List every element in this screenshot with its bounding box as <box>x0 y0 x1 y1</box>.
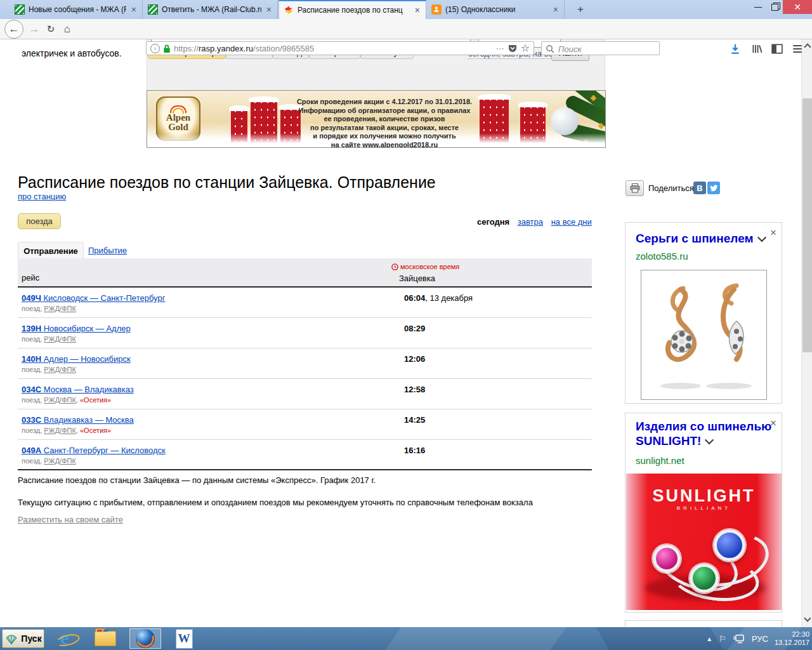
share-label: Поделиться <box>648 183 694 193</box>
tab-title: Расписание поездов по станц <box>298 6 410 15</box>
chevron-down-icon[interactable] <box>757 233 766 242</box>
chevron-down-icon[interactable] <box>705 435 714 444</box>
page-actions-icon[interactable]: ⋯ <box>496 44 504 53</box>
network-icon[interactable] <box>733 634 745 644</box>
url-bar[interactable]: i https://rasp.yandex.ru/station/9865585… <box>146 41 534 55</box>
ad-zoloto585[interactable]: Серьги с шпинелем zoloto585.ru × <box>625 222 782 404</box>
tray-hidden-icons-chevron[interactable]: ▲ <box>706 635 712 642</box>
url-text: https://rasp.yandex.ru/station/9865585 <box>174 44 493 53</box>
print-button[interactable] <box>625 180 644 196</box>
page-scrollbar[interactable] <box>801 39 812 627</box>
carrier-link[interactable]: РЖД/ФПК <box>44 366 76 373</box>
search-input[interactable] <box>557 43 655 55</box>
departure-time: 06:04, 13 декабря <box>404 293 473 303</box>
scrollbar-thumb[interactable] <box>802 98 812 352</box>
alpengold-ad-banner[interactable]: Alpen Gold Сроки проведения акции с 4.12… <box>147 90 606 148</box>
carrier-link[interactable]: РЖД/ФПК <box>44 396 76 404</box>
banner-site-link[interactable]: www.alpengold2018.ru <box>362 141 438 149</box>
day-filter-all-days[interactable]: на все дни <box>551 217 592 227</box>
rainbow-icon <box>170 105 187 113</box>
tab-close-icon[interactable]: × <box>130 5 138 14</box>
trains-filter-button[interactable]: поезда <box>18 213 61 229</box>
search-box[interactable] <box>541 41 660 55</box>
route-link[interactable]: 140Н Адлер — Новосибирск <box>22 354 131 364</box>
language-indicator[interactable]: РУС <box>752 634 768 644</box>
route-link[interactable]: 049Ч Кисловодск — Санкт-Петербург <box>22 293 165 303</box>
pink-gem <box>653 545 681 573</box>
tab-odnoklassniki[interactable]: (15) Одноклассники × <box>427 0 565 19</box>
carrier-link[interactable]: РЖД/ФПК <box>44 457 76 465</box>
downloads-icon[interactable] <box>730 43 741 55</box>
ad-title[interactable]: Серьги с шпинелем <box>636 231 765 246</box>
departure-time: 16:16 <box>404 446 425 455</box>
scroll-down-icon[interactable] <box>804 614 811 621</box>
table-header: рейс московское время Зайцевка <box>18 258 592 288</box>
embed-on-site-link[interactable]: Разместить на своем сайте <box>18 515 123 524</box>
carrier-link[interactable]: РЖД/ФПК <box>44 427 76 434</box>
clock-icon <box>391 263 398 270</box>
tab-departure-active[interactable]: Отправление <box>18 242 84 259</box>
browser-tab-bar: Новые сообщения - МЖА (Ra × Ответить - М… <box>0 0 812 19</box>
bookmark-star-icon[interactable]: ☆ <box>521 43 530 53</box>
site-info-icon[interactable]: i <box>150 44 160 53</box>
ad-title[interactable]: Изделия со шпинельюSUNLIGHT! <box>636 419 771 448</box>
day-filter-tomorrow[interactable]: завтра <box>518 217 543 227</box>
tab-railclub-reply[interactable]: Ответить - МЖА (Rail-Club.ru) × <box>143 0 278 19</box>
clock-date[interactable]: 22:30 13.12.2017 <box>775 630 809 647</box>
twitter-share-icon[interactable] <box>707 182 720 194</box>
reload-button[interactable]: ↻ <box>43 19 58 39</box>
home-button[interactable]: ⌂ <box>60 19 75 39</box>
action-center-flag-icon[interactable]: ⚐ <box>719 634 726 644</box>
page-title: Расписание поездов по станции Зайцевка. … <box>18 173 436 192</box>
new-tab-button[interactable]: + <box>573 3 588 17</box>
ad-sunlight[interactable]: Изделия со шпинельюSUNLIGHT! sunlight.ne… <box>625 413 782 613</box>
taskbar-explorer-icon[interactable] <box>91 628 119 649</box>
tab-railclub-messages[interactable]: Новые сообщения - МЖА (Ra × <box>10 0 143 19</box>
ad-url[interactable]: sunlight.net <box>636 455 684 466</box>
timezone-note: московское время <box>391 263 459 270</box>
tab-close-icon[interactable]: × <box>414 6 421 15</box>
carrier-link[interactable]: РЖД/ФПК <box>44 335 76 343</box>
ad-close-icon[interactable]: × <box>770 417 776 430</box>
tab-close-icon[interactable]: × <box>265 5 273 14</box>
odnoklassniki-icon <box>431 4 442 15</box>
system-tray: ▲ ⚐ РУС 22:30 13.12.2017 <box>706 627 809 650</box>
taskbar-word-icon[interactable]: W <box>170 628 198 649</box>
route-link[interactable]: 139Н Новосибирск — Адлер <box>22 324 131 333</box>
earrings-image[interactable] <box>641 270 767 400</box>
tab-close-icon[interactable]: × <box>552 5 560 14</box>
ad-close-icon[interactable]: × <box>770 227 776 239</box>
tab-arrival[interactable]: Прибытие <box>88 246 127 255</box>
route-link[interactable]: 034С Москва — Владикавказ <box>22 385 134 394</box>
menu-hamburger-icon[interactable] <box>792 43 803 55</box>
window-controls: — ✕ <box>750 0 812 14</box>
banner-legal-text: Сроки проведения акции с 4.12.2017 по 31… <box>289 98 480 148</box>
taskbar-firefox-icon-active[interactable] <box>129 628 161 649</box>
carrier-link[interactable]: РЖД/ФПК <box>44 305 76 312</box>
sunlight-image[interactable]: SUNLIGHT BRILLIANT <box>626 474 782 610</box>
browser-toolbar: ← → ↻ ⌂ i https://rasp.yandex.ru/station… <box>0 19 812 39</box>
forward-button[interactable]: → <box>27 19 42 39</box>
back-button[interactable]: ← <box>4 19 24 39</box>
taskbar-decor <box>385 627 566 650</box>
about-station-link[interactable]: про станцию <box>18 192 66 201</box>
minimize-button[interactable]: — <box>750 0 766 14</box>
ad-url[interactable]: zoloto585.ru <box>636 251 688 262</box>
train-details: поезд, РЖД/ФПК <box>22 366 76 373</box>
route-link[interactable]: 033С Владикавказ — Москва <box>22 415 134 425</box>
library-icon[interactable] <box>751 43 763 55</box>
start-button[interactable]: Пуск <box>2 629 44 648</box>
vk-share-icon[interactable]: В <box>693 182 706 194</box>
pocket-icon[interactable] <box>508 43 518 53</box>
tab-yandex-rasp-active[interactable]: Расписание поездов по станц × <box>278 0 426 19</box>
close-button[interactable]: ✕ <box>783 0 812 14</box>
departure-time: 14:25 <box>404 415 425 425</box>
scroll-up-icon[interactable] <box>804 43 811 50</box>
restore-button[interactable] <box>766 0 783 14</box>
taskbar-ie-icon[interactable]: e <box>53 628 81 649</box>
route-link[interactable]: 049А Санкт-Петербург — Кисловодск <box>22 446 166 455</box>
sidebar-toggle-icon[interactable] <box>771 43 783 55</box>
train-details: поезд, РЖД/ФПК <box>22 335 76 343</box>
search-icon <box>546 44 554 53</box>
https-lock-icon <box>163 44 171 53</box>
